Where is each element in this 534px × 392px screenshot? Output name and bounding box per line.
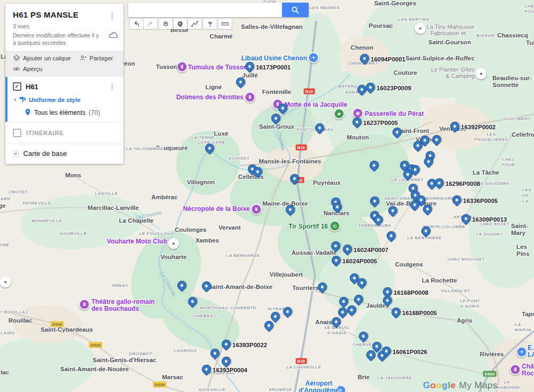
castle-icon[interactable]: ♜	[510, 364, 521, 375]
poi-label[interactable]: La Tiny Mahousse - Fabrication et...	[427, 24, 474, 36]
town-label: Luxé	[214, 130, 229, 137]
town-label: Maine-de-Boixe	[263, 200, 308, 207]
poi-label[interactable]: Tir Sportif 16	[288, 223, 328, 230]
town-label: Mouton	[347, 134, 369, 141]
poi-label[interactable]: Aéroport d'Angoulême	[299, 380, 339, 392]
pin-icon	[25, 108, 31, 116]
shooting-icon[interactable]: ◎	[329, 221, 341, 232]
poi-label[interactable]: Passerelle du Pérat	[365, 111, 424, 117]
hamlet-label: BONNEVILLE	[32, 218, 62, 224]
town-label: Fontenille	[262, 89, 291, 96]
draw-line-button[interactable]	[187, 18, 202, 29]
hamlet-label: CHEBRAC	[193, 313, 217, 319]
poi-label[interactable]: Vouharte Moto Club	[107, 238, 167, 245]
business-icon[interactable]: ●	[476, 68, 487, 80]
pan-tool-button[interactable]	[159, 18, 173, 29]
town-label: Saint-Amant-de-Boixe	[208, 284, 272, 291]
my-maps-label: My Maps	[459, 380, 498, 391]
chevron-down-icon[interactable]: ▾	[14, 97, 17, 103]
town-label: La Rochette	[422, 277, 457, 284]
undo-button[interactable]	[129, 18, 144, 29]
town-label: Puyréaux	[313, 179, 341, 186]
share-button[interactable]: Partager	[80, 54, 113, 62]
layer-name[interactable]: H61	[26, 83, 38, 91]
monument-icon[interactable]: ♜	[251, 204, 262, 215]
town-label: Couture	[394, 69, 417, 76]
add-directions-button[interactable]	[203, 18, 217, 29]
road-shield: D939	[153, 382, 166, 388]
town-label: Vouharte	[161, 254, 187, 261]
marker-label: 16024P0007	[354, 246, 388, 254]
hamlet-label: GROSBOT	[129, 351, 152, 357]
hamlet-label: LA MARVA	[515, 322, 534, 333]
preview-button[interactable]: Aperçu	[13, 65, 42, 73]
hamlet-label: LES PRADELIÈRES	[470, 132, 513, 143]
town-label: Rouillac	[9, 317, 33, 324]
layer-style-row[interactable]: ▾ Uniforme de style	[14, 96, 116, 103]
business-icon[interactable]: ●	[168, 238, 179, 249]
hamlet-label: BIARGE	[476, 33, 494, 38]
search-bar	[128, 3, 309, 17]
layer-menu-button[interactable]: ⋮	[108, 82, 116, 91]
search-icon	[291, 6, 300, 14]
poi-label[interactable]: Motte de la Jacquille	[285, 101, 347, 108]
all-items-row[interactable]: Tous les éléments (70)	[25, 108, 116, 116]
lock-icon[interactable]: ✦	[308, 52, 319, 64]
monument-icon[interactable]: ♜	[245, 92, 256, 103]
poi-label[interactable]: Libaud Usine Chenon	[241, 55, 307, 62]
business-icon[interactable]: ●	[415, 23, 426, 34]
layer-checkbox[interactable]: ✓	[13, 82, 21, 91]
poi-label[interactable]: Tumulus de Tusson	[188, 64, 248, 71]
park-icon[interactable]: ♣	[334, 108, 345, 120]
town-label: Xambes	[195, 237, 219, 244]
marker-label: 16336P0005	[463, 197, 498, 205]
town-label: Saint-Georges	[374, 0, 417, 7]
poi-label[interactable]: Théâtre gallo-romain des Bouchauds	[91, 299, 155, 312]
hamlet-label: LANVILLE	[95, 191, 117, 197]
google-logo-letter: o	[436, 380, 442, 390]
measure-button[interactable]	[218, 18, 232, 29]
road-shield: D939	[50, 322, 64, 327]
cart-icon[interactable]: ✦	[516, 347, 528, 358]
map-menu-button[interactable]: ⋮	[106, 10, 118, 21]
road-shield: N10	[296, 358, 307, 364]
itinerary-row[interactable]: ITINÉRAIRE	[5, 122, 123, 144]
poi-label[interactable]: Dolmens des Pérottes	[176, 94, 244, 101]
redo-button[interactable]	[143, 18, 158, 29]
marker-label: 16237P0005	[363, 119, 398, 127]
hamlet-label: GENAC	[112, 283, 128, 288]
monument-icon[interactable]: ♜	[79, 299, 90, 310]
hamlet-label: LAGROUX	[174, 348, 197, 354]
undo-icon	[132, 20, 140, 28]
map-marker[interactable]	[219, 355, 232, 367]
business-icon[interactable]: ●	[0, 277, 11, 288]
town-label: Ligné	[206, 84, 222, 91]
itinerary-checkbox[interactable]	[13, 129, 21, 137]
town-label: Agris	[457, 317, 472, 324]
monument-icon[interactable]: ♜	[177, 61, 188, 73]
poi-label[interactable]: Nécropole de la Boixe	[183, 206, 250, 213]
poi-label[interactable]: Le Plantier Gîtes & Camping	[431, 67, 475, 79]
google-logo-letter: e	[451, 380, 456, 390]
town-label: Juillé	[242, 72, 257, 79]
marker-label: 16393P0022	[232, 341, 267, 349]
hamlet-label: MONTIGNÉ	[0, 242, 10, 248]
google-logo-letter: o	[430, 380, 436, 390]
directions-icon	[206, 20, 214, 28]
search-button[interactable]	[282, 3, 309, 17]
search-input[interactable]	[128, 3, 282, 17]
map-marker[interactable]	[243, 60, 256, 73]
map-marker[interactable]	[433, 176, 445, 189]
poi-label[interactable]: Château Roche	[522, 363, 534, 377]
base-map-row[interactable]: ▾ Carte de base	[5, 144, 123, 164]
hamlet-label: NITRAT	[268, 307, 285, 312]
ruler-icon	[221, 20, 229, 28]
map-marker[interactable]	[384, 229, 397, 242]
town-label: Mons	[65, 172, 81, 179]
hamlet-label: LE SOUDET	[476, 232, 503, 237]
poi-label[interactable]: E.L LA	[528, 344, 534, 358]
add-marker-button[interactable]	[173, 18, 187, 29]
marker-label: 16393P0004	[213, 366, 247, 374]
hamlet-label: LES BERTINS	[398, 17, 429, 22]
add-layer-button[interactable]: Ajouter un calque	[13, 54, 71, 62]
